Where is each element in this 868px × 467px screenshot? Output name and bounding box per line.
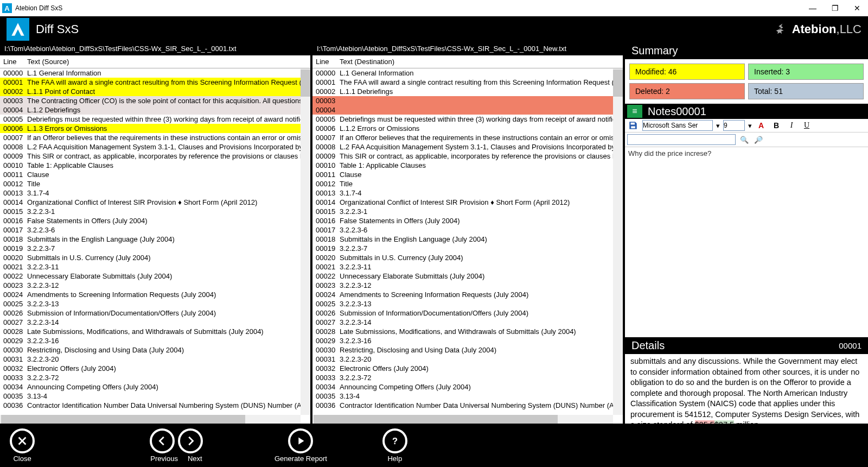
generate-report-button[interactable]: Generate Report <box>275 428 327 463</box>
diff-row[interactable]: 000193.2.2.3-7 <box>312 244 623 253</box>
diff-row[interactable]: 00036Contractor Identification Number Da… <box>312 401 623 410</box>
dest-scrollbar-h[interactable] <box>312 415 613 424</box>
diff-row[interactable]: 00003The Contracting Officer (CO) is the… <box>0 96 310 105</box>
diff-row[interactable]: 00014Organizational Conflict of Interest… <box>0 198 310 207</box>
font-dropdown-icon[interactable]: ▾ <box>716 122 720 130</box>
diff-row[interactable]: 00002L.1.1 Point of Contact <box>0 87 310 96</box>
dest-rows[interactable]: 00000L.1 General Information00001The FAA… <box>312 68 623 424</box>
find-input[interactable] <box>627 134 736 145</box>
diff-row[interactable]: 00030Restricting, Disclosing and Using D… <box>0 345 310 355</box>
diff-row[interactable]: 000273.2.2.3-14 <box>0 318 310 327</box>
diff-row[interactable]: 00022Unnecessary Elaborate Submittals (J… <box>0 272 310 281</box>
diff-row[interactable]: 000133.1.7-4 <box>0 188 310 198</box>
diff-row[interactable]: 00005Debriefings must be requested withi… <box>312 115 623 124</box>
diff-row[interactable]: 000173.2.2.3-6 <box>0 225 310 235</box>
diff-row[interactable]: 000153.2.2.3-1 <box>312 207 623 216</box>
diff-row[interactable]: 00011Clause <box>0 170 310 179</box>
diff-row[interactable]: 00007If an Offeror believes that the req… <box>312 133 623 142</box>
help-button[interactable]: ? Help <box>382 428 407 463</box>
diff-row[interactable]: 00004 <box>312 105 623 115</box>
diff-row[interactable]: 00003 <box>312 96 623 105</box>
diff-row[interactable]: 00000L.1 General Information <box>0 68 310 78</box>
diff-row[interactable]: 000353.13-4 <box>0 392 310 401</box>
diff-row[interactable]: 000313.2.2.3-20 <box>312 355 623 364</box>
source-rows[interactable]: 00000L.1 General Information00001The FAA… <box>0 68 310 424</box>
diff-row[interactable]: 000233.2.2.3-12 <box>0 281 310 290</box>
diff-row[interactable]: 00010Table 1: Applicable Clauses <box>312 161 623 170</box>
diff-row[interactable]: 000213.2.2.3-11 <box>312 262 623 272</box>
diff-row[interactable]: 000293.2.2.3-16 <box>0 336 310 345</box>
diff-row[interactable]: 00005Debriefings must be requested withi… <box>0 115 310 124</box>
diff-row[interactable]: 00028Late Submissions, Modifications, an… <box>312 327 623 336</box>
diff-row[interactable]: 00036Contractor Identification Number Da… <box>0 401 310 410</box>
diff-row[interactable]: 00016False Statements in Offers (July 20… <box>0 216 310 225</box>
diff-row[interactable]: 000313.2.2.3-20 <box>0 355 310 364</box>
close-button[interactable]: Close <box>10 428 35 463</box>
diff-row[interactable]: 00001The FAA will award a single contrac… <box>312 78 623 87</box>
previous-button[interactable] <box>150 428 175 453</box>
diff-row[interactable]: 00004L.1.2 Debriefings <box>0 105 310 115</box>
diff-row[interactable]: 00020Submittals in U.S. Currency (July 2… <box>0 253 310 262</box>
diff-row[interactable]: 00018Submittals in the English Language … <box>312 235 623 244</box>
diff-row[interactable]: 00034Announcing Competing Offers (July 2… <box>0 382 310 392</box>
diff-row[interactable]: 00026Submission of Information/Documenta… <box>0 308 310 318</box>
diff-row[interactable]: 000153.2.2.3-1 <box>0 207 310 216</box>
font-family-select[interactable] <box>642 120 713 131</box>
next-button[interactable] <box>178 428 203 453</box>
diff-row[interactable]: 00002L.1.1 Debriefings <box>312 87 623 96</box>
bold-button[interactable]: B <box>770 120 782 131</box>
diff-row[interactable]: 000293.2.2.3-16 <box>312 336 623 345</box>
diff-row[interactable]: 00012Title <box>312 179 623 188</box>
find-next-icon[interactable]: 🔎 <box>753 134 764 145</box>
diff-row[interactable]: 00026Submission of Information/Documenta… <box>312 308 623 318</box>
diff-row[interactable]: 00018Submittals in the English Language … <box>0 235 310 244</box>
diff-row[interactable]: 00006L.1.2 Errors or Omissions <box>312 124 623 133</box>
diff-row[interactable]: 000333.2.2.3-72 <box>0 373 310 382</box>
diff-row[interactable]: 000133.1.7-4 <box>312 188 623 198</box>
diff-row[interactable]: 00034Announcing Competing Offers (July 2… <box>312 382 623 392</box>
diff-row[interactable]: 00010Table 1: Applicable Clauses <box>0 161 310 170</box>
diff-row[interactable]: 00014Organizational Conflict of Interest… <box>312 198 623 207</box>
diff-row[interactable]: 00008L.2 FAA Acquisition Management Syst… <box>0 142 310 152</box>
diff-row[interactable]: 00024Amendments to Screening Information… <box>312 290 623 299</box>
size-dropdown-icon[interactable]: ▾ <box>748 122 752 130</box>
minimize-button[interactable]: — <box>809 4 816 12</box>
diff-row[interactable]: 000253.2.2.3-13 <box>312 299 623 308</box>
diff-row[interactable]: 00011Clause <box>312 170 623 179</box>
diff-row[interactable]: 000193.2.2.3-7 <box>0 244 310 253</box>
diff-row[interactable]: 00007If an Offeror believes that the req… <box>0 133 310 142</box>
diff-row[interactable]: 000333.2.2.3-72 <box>312 373 623 382</box>
diff-row[interactable]: 00020Submittals in U.S. Currency (July 2… <box>312 253 623 262</box>
diff-row[interactable]: 00000L.1 General Information <box>312 68 623 78</box>
save-note-button[interactable] <box>627 120 639 131</box>
diff-row[interactable]: 000273.2.2.3-14 <box>312 318 623 327</box>
diff-row[interactable]: 00006L.1.3 Errors or Omissions <box>0 124 310 133</box>
diff-row[interactable]: 00032Electronic Offers (July 2004) <box>0 364 310 373</box>
diff-row[interactable]: 00016False Statements in Offers (July 20… <box>312 216 623 225</box>
dest-scrollbar-v[interactable] <box>613 68 623 415</box>
notes-textarea[interactable]: Why did the price increse? <box>625 147 868 337</box>
italic-button[interactable]: I <box>786 120 797 131</box>
font-size-select[interactable] <box>723 120 745 131</box>
source-scrollbar-h[interactable] <box>0 415 301 424</box>
diff-row[interactable]: 000253.2.2.3-13 <box>0 299 310 308</box>
diff-row[interactable]: 00030Restricting, Disclosing and Using D… <box>312 345 623 355</box>
diff-row[interactable]: 000233.2.2.3-12 <box>312 281 623 290</box>
diff-row[interactable]: 00001The FAA will award a single contrac… <box>0 78 310 87</box>
diff-row[interactable]: 00009This SIR or contract, as applicable… <box>0 152 310 161</box>
stat-inserted[interactable]: Inserted: 3 <box>748 64 864 80</box>
font-color-button[interactable]: A <box>755 120 767 131</box>
diff-row[interactable]: 000353.13-4 <box>312 392 623 401</box>
find-button-icon[interactable]: 🔍 <box>739 134 750 145</box>
diff-row[interactable]: 00032Electronic Offers (July 2004) <box>312 364 623 373</box>
diff-row[interactable]: 000173.2.2.3-6 <box>312 225 623 235</box>
diff-row[interactable]: 00012Title <box>0 179 310 188</box>
close-window-button[interactable]: ✕ <box>854 4 860 12</box>
stat-total[interactable]: Total: 51 <box>748 83 864 99</box>
stat-deleted[interactable]: Deleted: 2 <box>629 83 745 99</box>
diff-row[interactable]: 00022Unnecessary Elaborate Submittals (J… <box>312 272 623 281</box>
diff-row[interactable]: 00024Amendments to Screening Information… <box>0 290 310 299</box>
diff-row[interactable]: 00028Late Submissions, Modifications, an… <box>0 327 310 336</box>
diff-row[interactable]: 000213.2.2.3-11 <box>0 262 310 272</box>
diff-row[interactable]: 00009This SIR or contract, as applicable… <box>312 152 623 161</box>
